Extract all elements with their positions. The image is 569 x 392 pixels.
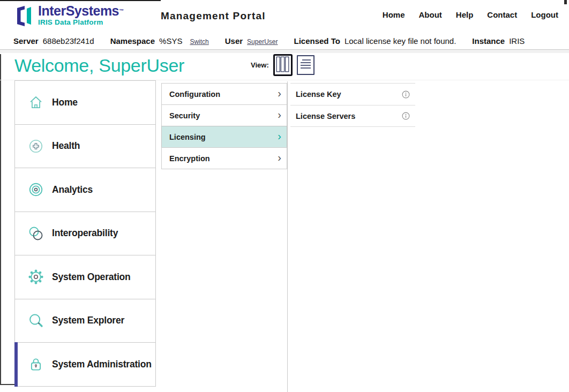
server-info-bar: Server 688eb23f241d Namespace %SYS Switc… bbox=[0, 32, 569, 50]
chevron-right-icon: › bbox=[278, 152, 281, 164]
switch-namespace-link[interactable]: Switch bbox=[190, 38, 208, 46]
menu-item-license-servers[interactable]: License Servers bbox=[290, 105, 415, 127]
sidebar-item-label: Interoperability bbox=[52, 228, 118, 239]
menu-item-configuration[interactable]: Configuration › bbox=[161, 83, 287, 105]
sidebar-menu: Home Health bbox=[14, 80, 156, 387]
instance-value: IRIS bbox=[509, 36, 525, 46]
menu-item-label: License Servers bbox=[296, 112, 402, 120]
submenu-level2: Configuration › Security › Licensing › E… bbox=[161, 83, 287, 169]
view-switcher: View: bbox=[251, 54, 315, 76]
analytics-icon bbox=[28, 182, 44, 198]
list-view-icon bbox=[299, 57, 312, 73]
system-operation-icon bbox=[28, 269, 44, 285]
menu-item-security[interactable]: Security › bbox=[161, 104, 287, 126]
instance-info: Instance IRIS bbox=[472, 36, 525, 46]
server-label: Server bbox=[13, 36, 39, 46]
sidebar-item-home[interactable]: Home bbox=[14, 80, 156, 125]
sidebar-item-system-administration[interactable]: System Administration bbox=[14, 342, 156, 387]
interoperability-icon bbox=[28, 225, 44, 242]
nav-link-help[interactable]: Help bbox=[456, 10, 474, 19]
top-nav: Home About Help Contact Logout bbox=[383, 10, 558, 19]
logo-brand-text: InterSystems™ bbox=[38, 4, 124, 18]
sidebar-item-label: Health bbox=[52, 140, 80, 152]
chevron-right-icon: › bbox=[278, 109, 281, 122]
namespace-label: Namespace bbox=[110, 36, 155, 46]
server-info: Server 688eb23f241d bbox=[13, 36, 94, 46]
system-explorer-icon bbox=[28, 313, 44, 329]
health-icon bbox=[28, 138, 44, 154]
menu-item-label: Licensing bbox=[169, 133, 278, 141]
user-info: User SuperUser bbox=[225, 36, 278, 46]
sidebar-item-health[interactable]: Health bbox=[14, 124, 156, 169]
sidebar-item-label: System Administration bbox=[52, 359, 152, 370]
user-profile-link[interactable]: SuperUser bbox=[247, 38, 278, 46]
columns-view-button[interactable] bbox=[273, 54, 293, 76]
columns-view-icon bbox=[276, 56, 289, 74]
menu-item-encryption[interactable]: Encryption › bbox=[161, 147, 287, 169]
info-icon[interactable] bbox=[402, 91, 410, 99]
page-title: Management Portal bbox=[161, 10, 266, 22]
home-icon bbox=[28, 94, 44, 110]
menu-area: Home Health bbox=[0, 78, 569, 392]
menu-item-license-key[interactable]: License Key bbox=[290, 83, 415, 105]
menu-item-label: Security bbox=[169, 111, 278, 120]
server-value: 688eb23f241d bbox=[43, 36, 94, 46]
licensed-to-label: Licensed To bbox=[294, 36, 340, 46]
nav-link-home[interactable]: Home bbox=[383, 10, 405, 19]
system-administration-icon bbox=[28, 356, 44, 372]
list-view-button[interactable] bbox=[297, 55, 315, 75]
welcome-bar: Welcome, SuperUser View: bbox=[0, 53, 569, 80]
intersystems-logo: InterSystems™ IRIS Data Platform bbox=[13, 4, 124, 31]
submenu-level3: License Key License Servers bbox=[290, 83, 415, 127]
chevron-right-icon: › bbox=[278, 88, 281, 100]
sidebar-item-label: System Operation bbox=[52, 272, 131, 283]
intersystems-logo-icon bbox=[13, 4, 34, 31]
header: InterSystems™ IRIS Data Platform Managem… bbox=[0, 0, 569, 32]
welcome-heading: Welcome, SuperUser bbox=[14, 55, 184, 76]
nav-link-contact[interactable]: Contact bbox=[487, 10, 517, 19]
nav-link-logout[interactable]: Logout bbox=[531, 10, 558, 19]
sidebar-item-system-explorer[interactable]: System Explorer bbox=[14, 299, 156, 343]
active-selection-bar bbox=[14, 342, 18, 387]
namespace-info: Namespace %SYS Switch bbox=[110, 36, 209, 46]
column-divider bbox=[287, 81, 288, 392]
sidebar-item-analytics[interactable]: Analytics bbox=[14, 168, 156, 212]
logo-subtitle-text: IRIS Data Platform bbox=[38, 18, 124, 26]
sidebar-item-label: System Explorer bbox=[52, 315, 124, 326]
namespace-value: %SYS bbox=[159, 36, 182, 46]
menu-item-label: License Key bbox=[296, 90, 402, 99]
view-label: View: bbox=[251, 61, 269, 69]
nav-link-about[interactable]: About bbox=[419, 10, 442, 19]
management-portal-window: InterSystems™ IRIS Data Platform Managem… bbox=[0, 0, 569, 392]
info-icon[interactable] bbox=[402, 112, 410, 120]
sidebar-item-label: Home bbox=[52, 97, 78, 108]
menu-item-label: Configuration bbox=[169, 90, 278, 99]
sidebar-item-interoperability[interactable]: Interoperability bbox=[14, 212, 156, 256]
licensed-to-value: Local license key file not found. bbox=[345, 36, 456, 46]
sidebar-item-label: Analytics bbox=[52, 184, 93, 195]
chevron-right-icon: › bbox=[278, 131, 281, 143]
sidebar-item-system-operation[interactable]: System Operation bbox=[14, 255, 156, 299]
user-label: User bbox=[225, 36, 243, 46]
licensed-to-info: Licensed To Local license key file not f… bbox=[294, 36, 456, 46]
menu-item-label: Encryption bbox=[169, 154, 278, 163]
instance-label: Instance bbox=[472, 36, 505, 46]
menu-item-licensing[interactable]: Licensing › bbox=[161, 126, 287, 148]
